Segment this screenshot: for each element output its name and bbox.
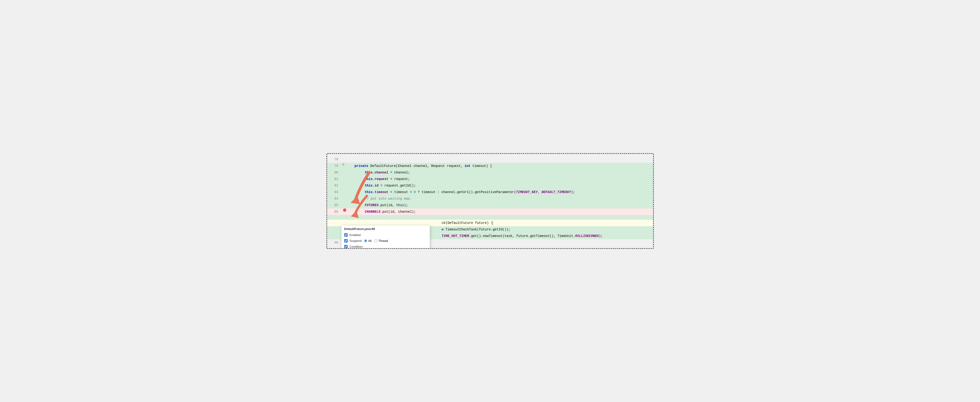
line-content-80: this.channel = channel; [348,169,653,176]
line-content-79: private DefaultFuture(Channel channel, R… [346,163,653,169]
condition-checkbox[interactable] [344,245,348,248]
code-editor: 78 79 @ private DefaultFuture(Channel ch… [326,153,654,249]
code-line-85: 85 FUTURES.put(id, this); [327,202,653,209]
popup-enabled-row: Enabled [341,232,430,238]
code-line-82: 82 this.id = request.getId(); [327,182,653,189]
all-radio-label: All [368,239,371,242]
code-line-83: 83 this.timeout = timeout > 0 ? timeout … [327,189,653,195]
code-line-86: 86 CHANNELS.put(id, channel); [327,209,653,215]
code-line-79: 79 @ private DefaultFuture(Channel chann… [327,163,653,169]
all-radio[interactable] [364,239,367,242]
line-number-80: 80 [327,169,341,176]
line-content-86: CHANNELS.put(id, channel); [348,209,653,215]
line-number-85: 85 [327,202,341,209]
enabled-checkbox[interactable] [344,233,348,237]
all-radio-option[interactable]: All [364,239,371,242]
line-number-96: 96 [327,239,341,246]
line-content-83: this.timeout = timeout > 0 ? timeout : c… [348,189,653,195]
suspend-label: Suspend: [350,239,363,242]
spacer-line-a [327,215,653,220]
screenshot-container: 78 79 @ private DefaultFuture(Channel ch… [326,153,654,249]
condition-label: Condition: [350,245,363,248]
gutter-79: @ [341,163,346,166]
breakpoint-popup: DefaultFuture.java:86 Enabled Suspend: A… [341,225,430,249]
suspend-checkbox[interactable] [344,239,348,242]
code-line-84: 84 // put into waiting map. [327,195,653,202]
suspend-radio-group: All Thread [364,239,388,242]
line-number-84: 84 [327,195,341,202]
popup-suspend-row: Suspend: All Thread [341,238,430,244]
thread-radio-label: Thread [379,239,388,242]
enabled-label: Enabled [350,233,361,237]
line-number-86: 86 [327,209,341,215]
code-line-81: 81 this.request = request; [327,176,653,182]
breakpoint-dot[interactable] [343,209,346,212]
popup-condition-row: Condition: [341,244,430,249]
line-number-83: 83 [327,189,341,195]
line-content-84: // put into waiting map. [348,195,653,202]
popup-title: DefaultFuture.java:86 [341,225,430,232]
line-content-81: this.request = request; [348,176,653,182]
code-line-80: 80 this.channel = channel; [327,169,653,176]
code-line-78: 78 [327,156,653,163]
line-content-85: FUTURES.put(id, this); [348,202,653,209]
line-content-82: this.id = request.getId(); [348,182,653,189]
thread-radio[interactable] [374,239,377,242]
line-number-82: 82 [327,182,341,189]
gutter-86[interactable] [341,209,348,212]
line-number-81: 81 [327,176,341,182]
line-number-79: 79 [327,163,341,169]
thread-radio-option[interactable]: Thread [374,239,388,242]
line-number-78: 78 [327,156,341,163]
